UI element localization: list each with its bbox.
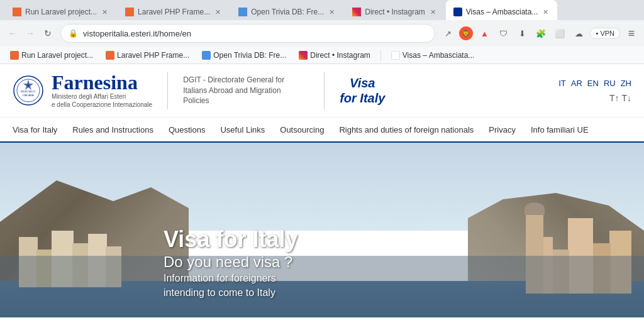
svg-text:REPUBLIC: REPUBLIC (21, 90, 36, 93)
tabs-bar: Run Laravel project... ✕ Laravel PHP Fra… (0, 0, 644, 20)
bookmark-visa[interactable]: Visas – Ambasciata... (386, 50, 480, 61)
lang-ru[interactable]: RU (604, 79, 616, 88)
lock-icon: 🔒 (69, 29, 78, 38)
website-content: ✦ REPUBLIC ITALIANA Farnesina Ministero … (0, 64, 644, 317)
tab-visa[interactable]: Visas – Ambasciata... ✕ (446, 0, 558, 20)
farnesina-subtitle-2: e della Cooperazione Internazionale (52, 101, 152, 109)
tab-favicon-instagram (352, 8, 361, 16)
lang-area: IT AR EN RU ZH T↑ T↓ (558, 79, 631, 103)
bookmark-favicon-visa (391, 51, 400, 60)
svg-text:ITALIANA: ITALIANA (23, 94, 34, 97)
forward-button[interactable]: → (23, 26, 38, 41)
header-divider-2 (324, 72, 325, 109)
tab-close-instagram[interactable]: ✕ (429, 8, 437, 16)
nav-item-visa-for-italy[interactable]: Visa for Italy (13, 119, 65, 141)
bookmark-trivia[interactable]: Open Trivia DB: Fre... (197, 50, 291, 61)
visa-title-line1: Visa (350, 76, 375, 90)
font-increase-button[interactable]: T↑ (609, 93, 619, 103)
site-header: ✦ REPUBLIC ITALIANA Farnesina Ministero … (0, 64, 644, 118)
hero-landscape (0, 143, 644, 317)
tab-label-laravel2: Laravel PHP Frame... (138, 8, 210, 16)
bookmark-favicon-trivia (202, 51, 211, 60)
tab-instagram[interactable]: Direct • Instagram ✕ (345, 0, 445, 20)
lang-links: IT AR EN RU ZH (558, 79, 631, 88)
lang-zh[interactable]: ZH (621, 79, 631, 88)
bookmark-favicon-laravel1 (10, 51, 19, 60)
tab-favicon-visa (453, 8, 462, 16)
lang-ar[interactable]: AR (571, 79, 582, 88)
tab-close-trivia[interactable]: ✕ (328, 8, 336, 16)
bookmark-favicon-laravel2 (106, 51, 114, 60)
bookmark-laravel2[interactable]: Laravel PHP Frame... (101, 50, 194, 61)
tab-laravel1[interactable]: Run Laravel project... ✕ (5, 0, 116, 20)
browser-menu-button[interactable]: ≡ (624, 26, 639, 41)
hero-title: Visa for Italy (164, 227, 297, 252)
bookmark-label-instagram: Direct • Instagram (310, 51, 370, 60)
bookmark-instagram[interactable]: Direct • Instagram (294, 50, 375, 61)
bookmark-laravel1[interactable]: Run Laravel project... (5, 50, 98, 61)
tab-close-laravel2[interactable]: ✕ (214, 8, 222, 16)
tab-label-instagram: Direct • Instagram (365, 8, 425, 16)
vpn-badge: • VPN (590, 28, 620, 39)
shield-icon[interactable]: 🛡 (496, 26, 511, 41)
lang-en[interactable]: EN (587, 79, 599, 88)
address-bar[interactable]: 🔒 vistoperitalia.esteri.it/home/en (60, 24, 435, 43)
window-icon[interactable]: ⬜ (552, 26, 567, 41)
font-decrease-button[interactable]: T↓ (621, 93, 631, 103)
tab-label-trivia: Open Trivia DB: Fre... (251, 8, 324, 16)
bookmark-label-visa: Visas – Ambasciata... (402, 51, 475, 60)
tab-trivia[interactable]: Open Trivia DB: Fre... ✕ (231, 0, 343, 20)
farnesina-emblem: ✦ REPUBLIC ITALIANA (13, 75, 44, 106)
nav-item-rules[interactable]: Rules and Instructions (65, 119, 161, 141)
font-size-controls: T↑ T↓ (609, 93, 631, 103)
lang-it[interactable]: IT (558, 79, 566, 88)
tab-close-visa[interactable]: ✕ (541, 8, 550, 16)
browser-toolbar: ← → ↻ 🔒 vistoperitalia.esteri.it/home/en… (0, 20, 644, 47)
puzzle-icon[interactable]: 🧩 (533, 26, 548, 41)
tab-label-laravel1: Run Laravel project... (25, 8, 97, 16)
tab-favicon-laravel1 (13, 8, 21, 16)
hero-description-line2: intending to come to Italy (164, 286, 297, 300)
toolbar-right: ↗ 🦁 ▲ 🛡 ⬇ 🧩 ⬜ ☁ • VPN ≡ (440, 26, 639, 41)
url-text: vistoperitalia.esteri.it/home/en (83, 29, 427, 38)
church-dome (525, 202, 545, 215)
tab-laravel2[interactable]: Laravel PHP Frame... ✕ (118, 0, 230, 20)
logo-text-area: Farnesina Ministero degli Affari Esteri … (52, 72, 152, 109)
hero-section: Visa for Italy Do you need visa ? Inform… (0, 143, 644, 317)
dgit-text: DGIT - Directorate General for Italians … (183, 75, 309, 106)
bookmark-label-laravel1: Run Laravel project... (21, 51, 93, 60)
hero-subtitle: Do you need visa ? (164, 252, 297, 272)
nav-buttons: ← → ↻ (5, 26, 55, 41)
share-button[interactable]: ↗ (440, 26, 455, 41)
nav-item-outsourcing[interactable]: Outsourcing (272, 119, 331, 141)
reload-button[interactable]: ↻ (40, 26, 55, 41)
bookmarks-separator (380, 50, 381, 61)
sync-icon[interactable]: ☁ (571, 26, 586, 41)
farnesina-title: Farnesina (52, 72, 152, 92)
bookmarks-bar: Run Laravel project... Laravel PHP Frame… (0, 47, 644, 64)
nav-item-rights[interactable]: Rights and duties of foreign nationals (331, 119, 481, 141)
bookmark-label-laravel2: Laravel PHP Frame... (117, 51, 189, 60)
download-icon[interactable]: ⬇ (514, 26, 530, 41)
tab-label-visa: Visas – Ambasciata... (466, 8, 538, 16)
extensions-brave-icon[interactable]: 🦁 (459, 26, 473, 40)
hero-text-overlay: Visa for Italy Do you need visa ? Inform… (164, 227, 297, 300)
back-button[interactable]: ← (5, 26, 20, 41)
visa-title-line2: for Italy (340, 91, 385, 105)
nav-item-privacy[interactable]: Privacy (481, 119, 523, 141)
visa-title-header: Visa for Italy (340, 75, 385, 106)
bookmark-label-trivia: Open Trivia DB: Fre... (213, 51, 286, 60)
nav-item-questions[interactable]: Questions (161, 119, 213, 141)
logo-area: ✦ REPUBLIC ITALIANA Farnesina Ministero … (13, 72, 152, 109)
tab-favicon-laravel2 (125, 8, 134, 16)
browser-chrome: Run Laravel project... ✕ Laravel PHP Fra… (0, 0, 644, 64)
farnesina-subtitle-1: Ministero degli Affari Esteri (52, 92, 152, 101)
tab-favicon-trivia (238, 8, 247, 16)
adblock-icon[interactable]: ▲ (477, 26, 492, 41)
nav-item-info-familiari[interactable]: Info familiari UE (523, 119, 596, 141)
tab-close-laravel1[interactable]: ✕ (101, 8, 109, 16)
hero-description-line1: Information for foreigners (164, 272, 297, 285)
site-nav: Visa for Italy Rules and Instructions Qu… (0, 118, 644, 143)
bookmark-favicon-instagram (299, 51, 308, 60)
nav-item-useful-links[interactable]: Useful Links (213, 119, 272, 141)
